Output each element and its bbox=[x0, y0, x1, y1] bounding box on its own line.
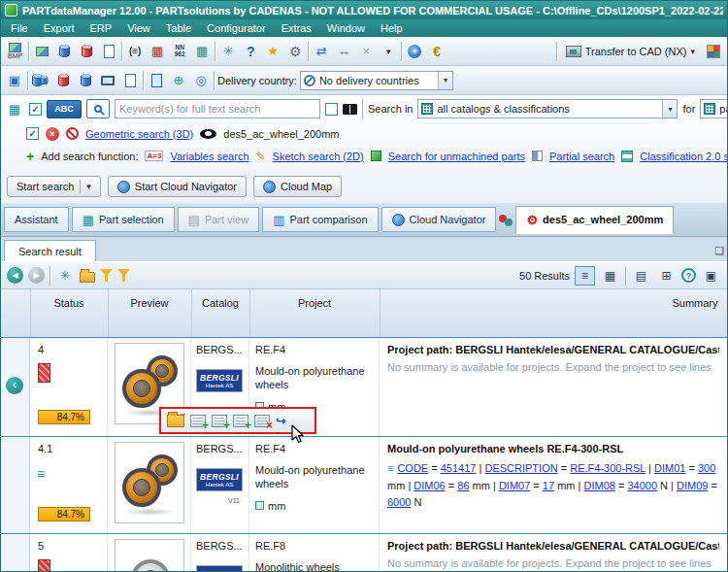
classification-search-link[interactable]: Classification 2.0 search bbox=[640, 151, 727, 162]
column-header-catalog[interactable]: Catalog bbox=[191, 297, 249, 309]
delivery-country-select[interactable]: No delivery countries ▾ bbox=[300, 71, 453, 90]
gear-icon[interactable]: ⚙ bbox=[285, 41, 305, 62]
ship-wheel-icon[interactable]: ✳ bbox=[405, 41, 424, 62]
table-view-icon[interactable]: ▦ bbox=[192, 41, 212, 62]
menu-file[interactable]: File bbox=[3, 22, 36, 34]
add-to-comparison-button[interactable] bbox=[233, 415, 248, 427]
start-search-button[interactable]: Start search ▾ bbox=[7, 176, 101, 197]
exact-search-checkbox[interactable] bbox=[325, 103, 338, 116]
tab-search-session[interactable]: ⚙ des5_ac_wheel_200mm bbox=[515, 206, 674, 234]
export-bmp-button[interactable]: BMP bbox=[5, 42, 25, 60]
remove-from-list-button[interactable] bbox=[254, 415, 270, 427]
menu-configurator[interactable]: Configurator bbox=[199, 22, 274, 34]
table-delete-icon[interactable]: ▦ bbox=[148, 41, 167, 62]
open-project-button[interactable] bbox=[167, 415, 184, 427]
attribute-key-link[interactable]: DIM06 bbox=[414, 480, 445, 491]
result-row-5[interactable]: 5 BERGS... BERGSLI Hantek AS RE.F8 Monol… bbox=[1, 533, 727, 571]
menu-erp[interactable]: ERP bbox=[83, 22, 120, 34]
tab-part-comparison[interactable]: ▥ Part comparison bbox=[262, 207, 378, 232]
cloud-map-button[interactable]: Cloud Map bbox=[253, 176, 342, 197]
database-stack-icon[interactable] bbox=[31, 70, 50, 91]
result-row-4-1[interactable]: 4.1 ≡ 84.7% BERGS... BERGSLI Hantek AS V… bbox=[1, 436, 727, 533]
part-preview-image[interactable] bbox=[115, 539, 184, 571]
attribute-value-link[interactable]: RE.F4-300-RSL bbox=[570, 462, 645, 474]
more-tools-dropdown[interactable]: ▾ bbox=[379, 41, 398, 62]
tab-part-view[interactable]: ▤ Part view bbox=[178, 207, 260, 232]
forward-button[interactable]: ▶ bbox=[28, 267, 45, 284]
search-settings-icon[interactable]: ✳ bbox=[55, 265, 75, 286]
attribute-key-link[interactable]: DIM01 bbox=[654, 462, 685, 474]
panel-grid-icon[interactable]: ▦ bbox=[5, 98, 24, 119]
collapse-row-button[interactable]: ‹ bbox=[6, 377, 23, 394]
catalog-home-icon[interactable] bbox=[80, 272, 95, 283]
attribute-key-link[interactable]: DIM09 bbox=[677, 480, 708, 491]
keyword-input[interactable] bbox=[115, 99, 320, 118]
start-cloud-navigator-button[interactable]: Start Cloud Navigator bbox=[108, 176, 247, 197]
column-header-preview[interactable]: Preview bbox=[108, 297, 191, 309]
help-icon[interactable]: ? bbox=[241, 41, 260, 62]
filter-icon[interactable] bbox=[100, 269, 113, 282]
add-to-selection-button[interactable] bbox=[212, 415, 227, 427]
target-icon[interactable]: ◎ bbox=[191, 70, 211, 91]
menu-table[interactable]: Table bbox=[158, 22, 199, 34]
menu-window[interactable]: Window bbox=[319, 22, 373, 34]
grid-view-button[interactable]: ▦ bbox=[600, 266, 620, 286]
variables-search-link[interactable]: Variables search bbox=[170, 151, 248, 162]
disable-search-icon[interactable] bbox=[66, 127, 79, 140]
attribute-key-link[interactable]: DIM07 bbox=[499, 480, 530, 491]
price-euro-icon[interactable]: € bbox=[427, 41, 447, 62]
tab-cloud-navigator[interactable]: Cloud Navigator bbox=[381, 207, 497, 232]
clear-icon[interactable]: × bbox=[356, 41, 376, 62]
database-icon[interactable] bbox=[54, 41, 74, 62]
column-header-summary[interactable]: Summary bbox=[380, 297, 728, 309]
attribute-value-link[interactable]: 86 bbox=[457, 480, 469, 491]
expand-all-button[interactable]: ⊞ bbox=[656, 266, 677, 286]
database-red-stack-icon[interactable] bbox=[53, 70, 73, 91]
column-header-status[interactable]: Status bbox=[30, 297, 108, 309]
attribute-value-link[interactable]: 451417 bbox=[441, 462, 477, 474]
menu-export[interactable]: Export bbox=[36, 22, 83, 34]
geometric-search-checkbox[interactable]: ✓ bbox=[26, 127, 39, 140]
globe-add-icon[interactable]: ⊕ bbox=[169, 70, 188, 91]
attribute-key-link[interactable]: DIM08 bbox=[583, 480, 614, 491]
document-export-icon[interactable] bbox=[99, 41, 118, 62]
favorites-icon[interactable]: ★ bbox=[263, 41, 282, 62]
formula-icon[interactable]: (≡) bbox=[125, 41, 145, 62]
chevron-down-icon[interactable]: ▾ bbox=[438, 72, 452, 89]
database-link-icon[interactable] bbox=[76, 70, 95, 91]
attribute-value-link[interactable]: 34000 bbox=[627, 480, 657, 491]
menu-help[interactable]: Help bbox=[373, 22, 411, 34]
menu-view[interactable]: View bbox=[119, 22, 158, 34]
keyword-search-button[interactable] bbox=[86, 99, 110, 118]
table-view-button[interactable]: ▤ bbox=[631, 266, 651, 286]
attribute-value-link[interactable]: 300 bbox=[698, 462, 715, 474]
cad-settings-icon[interactable] bbox=[704, 41, 723, 62]
unmachined-search-link[interactable]: Search for unmachined parts bbox=[388, 151, 525, 162]
bom-list-icon[interactable] bbox=[120, 70, 140, 91]
partial-search-link[interactable]: Partial search bbox=[549, 151, 614, 162]
measure-icon[interactable]: ↔ bbox=[334, 41, 353, 62]
attribute-key-link[interactable]: CODE bbox=[397, 462, 428, 474]
transfer-to-cad-button[interactable]: Transfer to CAD (NX) ▾ bbox=[561, 44, 700, 59]
search-in-select[interactable]: all catalogs & classifications ▾ bbox=[417, 99, 678, 118]
fulltext-checkbox[interactable]: ✓ bbox=[29, 103, 42, 116]
database-export-icon[interactable] bbox=[77, 41, 96, 62]
attribute-value-link[interactable]: 17 bbox=[543, 480, 554, 491]
settings-asterisk-icon[interactable]: ✳ bbox=[218, 41, 238, 62]
column-header-project[interactable]: Project bbox=[249, 297, 380, 309]
document-blue-icon[interactable] bbox=[147, 70, 166, 91]
geometric-search-link[interactable]: Geometric search (3D) bbox=[85, 128, 193, 140]
abc-search-button[interactable]: ABC bbox=[47, 100, 82, 118]
copy-link-button[interactable]: ↪ bbox=[276, 414, 286, 428]
window-layout-button[interactable]: ▣ bbox=[701, 266, 721, 286]
detach-panel-icon[interactable]: ❏ bbox=[714, 245, 724, 257]
monitor-icon[interactable] bbox=[98, 70, 117, 91]
table-number-icon[interactable]: NN 962 bbox=[170, 41, 189, 62]
help-circle-icon[interactable]: ? bbox=[681, 268, 696, 283]
dictionary-book-icon[interactable] bbox=[343, 104, 357, 115]
attribute-value-link[interactable]: 6000 bbox=[387, 496, 411, 508]
filter-abc-icon[interactable] bbox=[117, 269, 130, 282]
chevron-down-icon[interactable]: ▾ bbox=[662, 100, 677, 118]
sketch-search-link[interactable]: Sketch search (2D) bbox=[273, 151, 364, 162]
preview-export-icon[interactable] bbox=[32, 41, 51, 62]
